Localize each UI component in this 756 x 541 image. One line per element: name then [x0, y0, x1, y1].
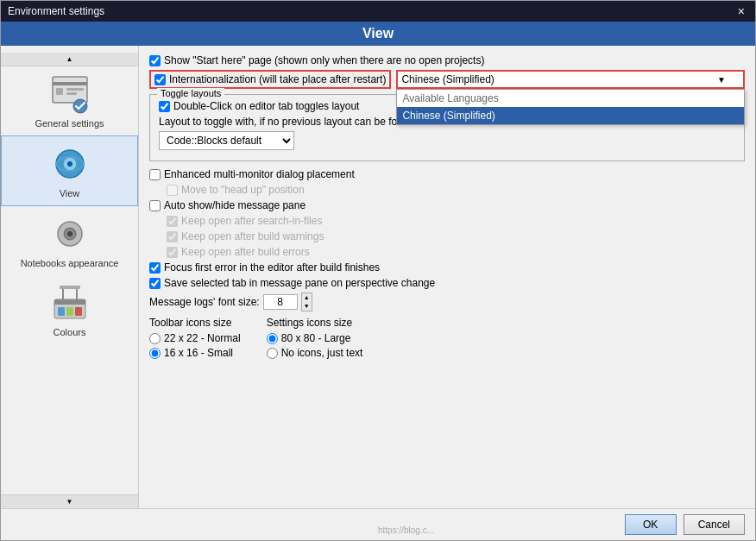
language-dropdown[interactable]: Chinese (Simplified) ▼: [396, 70, 745, 89]
show-start-here-label: Show "Start here" page (shown only when …: [164, 54, 484, 66]
keep-open-search-checkbox[interactable]: [167, 216, 178, 227]
settings-icons-header: Settings icons size: [267, 317, 363, 329]
dropdown-item-chinese-simplified[interactable]: Chinese (Simplified): [397, 107, 744, 124]
watermark: https://blog.c...: [378, 525, 434, 535]
sidebar-items: General settings View: [1, 66, 138, 344]
dropdown-arrow-icon: ▼: [717, 75, 726, 85]
sidebar-label-notebooks: Notebooks appearance: [21, 258, 119, 268]
section-header: View: [1, 22, 755, 46]
svg-rect-3: [66, 88, 84, 91]
auto-show-hide-row: Auto show/hide message pane: [149, 199, 745, 211]
dropdown-item-header: Available Languages: [397, 90, 744, 107]
settings-no-icons-radio[interactable]: [267, 348, 278, 359]
keep-open-warnings-checkbox[interactable]: [167, 231, 178, 242]
show-start-here-row: Show "Start here" page (shown only when …: [149, 54, 745, 66]
toggle-layouts-label: Toggle layouts: [157, 88, 224, 98]
sidebar-label-view: View: [60, 188, 80, 198]
layout-select[interactable]: Code::Blocks default: [159, 131, 294, 150]
focus-first-error-label: Focus first error in the editor after bu…: [164, 261, 380, 274]
svg-rect-17: [60, 286, 80, 289]
auto-show-hide-label: Auto show/hide message pane: [164, 199, 306, 211]
svg-rect-2: [56, 88, 63, 95]
settings-80x80-row: 80 x 80 - Large: [267, 332, 363, 344]
language-dropdown-container: Chinese (Simplified) ▼ Available Languag…: [396, 70, 745, 89]
focus-first-error-row: Focus first error in the editor after bu…: [149, 261, 745, 274]
move-to-head-up-row: Move to "head up" position: [167, 184, 745, 196]
keep-open-search-row: Keep open after search-in-files: [167, 215, 745, 227]
keep-open-errors-checkbox[interactable]: [167, 247, 178, 258]
settings-no-icons-row: No icons, just text: [267, 347, 363, 359]
enhanced-multimonitor-row: Enhanced multi-monitor dialog placement: [149, 168, 745, 180]
svg-point-8: [67, 161, 72, 167]
message-logs-font-size-input[interactable]: [263, 294, 298, 310]
svg-rect-14: [54, 299, 85, 305]
cancel-button[interactable]: Cancel: [684, 514, 745, 535]
keep-open-search-label: Keep open after search-in-files: [181, 215, 322, 227]
toolbar-22x22-row: 22 x 22 - Normal: [149, 332, 241, 344]
intl-label: Internationalization (will take place af…: [169, 73, 386, 85]
notebooks-icon: [49, 213, 91, 255]
close-button[interactable]: ×: [734, 4, 748, 18]
toolbar-16x16-radio[interactable]: [149, 348, 161, 359]
save-selected-tab-label: Save selected tab in message pane on per…: [164, 277, 435, 289]
enhanced-multimonitor-checkbox[interactable]: [149, 169, 161, 180]
sidebar: ▲ General s: [1, 46, 139, 508]
svg-rect-20: [75, 307, 82, 316]
toolbar-22x22-radio[interactable]: [149, 333, 161, 344]
font-size-spinner: ▲ ▼: [301, 293, 312, 311]
auto-show-hide-checkbox[interactable]: [149, 200, 161, 211]
layout-dropdown-row: Code::Blocks default: [159, 131, 735, 150]
icon-sizes-section: Toolbar icons size 22 x 22 - Normal 16 x…: [149, 317, 745, 362]
keep-open-errors-label: Keep open after build errors: [181, 246, 310, 258]
double-click-checkbox[interactable]: [159, 101, 170, 112]
double-click-label: Double-Click on editor tab toggles layou…: [173, 100, 359, 112]
language-selected: Chinese (Simplified): [401, 73, 494, 85]
bottom-bar: https://blog.c... OK Cancel: [1, 508, 755, 540]
sidebar-scroll-down[interactable]: ▼: [1, 494, 138, 508]
sidebar-label-colours: Colours: [54, 327, 86, 337]
sidebar-item-view[interactable]: View: [1, 135, 138, 206]
font-size-down-button[interactable]: ▼: [302, 302, 312, 311]
keep-open-warnings-label: Keep open after build warnings: [181, 230, 324, 242]
view-icon: [49, 143, 91, 185]
font-size-up-button[interactable]: ▲: [302, 293, 312, 302]
move-to-head-up-label: Move to "head up" position: [181, 184, 305, 196]
sidebar-scroll-up[interactable]: ▲: [1, 53, 138, 66]
settings-icons-col: Settings icons size 80 x 80 - Large No i…: [267, 317, 363, 362]
svg-rect-1: [53, 82, 87, 85]
window-title: Environment settings: [8, 5, 104, 17]
settings-80x80-radio[interactable]: [267, 333, 278, 344]
ok-button[interactable]: OK: [625, 514, 677, 535]
svg-rect-4: [66, 92, 77, 95]
keep-open-errors-row: Keep open after build errors: [167, 246, 745, 258]
settings-80x80-label: 80 x 80 - Large: [281, 332, 351, 344]
show-start-here-checkbox[interactable]: [149, 55, 161, 66]
save-selected-tab-checkbox[interactable]: [149, 278, 161, 289]
internationalization-row: Internationalization (will take place af…: [149, 70, 745, 89]
title-bar: Environment settings ×: [1, 1, 755, 22]
svg-rect-18: [58, 307, 65, 316]
save-selected-tab-row: Save selected tab in message pane on per…: [149, 277, 745, 289]
focus-first-error-checkbox[interactable]: [149, 262, 161, 274]
sidebar-item-colours[interactable]: Colours: [1, 275, 138, 344]
toolbar-16x16-label: 16 x 16 - Small: [164, 347, 233, 359]
sidebar-item-general[interactable]: General settings: [1, 66, 138, 135]
message-logs-font-size-label: Message logs' font size:: [149, 296, 260, 308]
enhanced-multimonitor-label: Enhanced multi-monitor dialog placement: [164, 168, 355, 180]
toolbar-22x22-label: 22 x 22 - Normal: [164, 332, 241, 344]
main-panel: Show "Start here" page (shown only when …: [139, 46, 755, 508]
move-to-head-up-checkbox[interactable]: [167, 185, 178, 196]
general-settings-icon: [49, 73, 91, 115]
toolbar-icons-col: Toolbar icons size 22 x 22 - Normal 16 x…: [149, 317, 241, 362]
content-area: ▲ General s: [1, 46, 755, 508]
sidebar-item-notebooks[interactable]: Notebooks appearance: [1, 206, 138, 275]
keep-open-warnings-row: Keep open after build warnings: [167, 230, 745, 242]
svg-point-12: [67, 231, 72, 236]
main-window: Environment settings × View ▲: [0, 0, 756, 541]
intl-checkbox[interactable]: [154, 74, 166, 85]
message-logs-font-size-row: Message logs' font size: ▲ ▼: [149, 293, 745, 311]
intl-checkbox-group: Internationalization (will take place af…: [149, 70, 391, 89]
settings-no-icons-label: No icons, just text: [281, 347, 363, 359]
svg-rect-19: [66, 307, 73, 316]
language-dropdown-popup: Available Languages Chinese (Simplified): [396, 89, 745, 125]
